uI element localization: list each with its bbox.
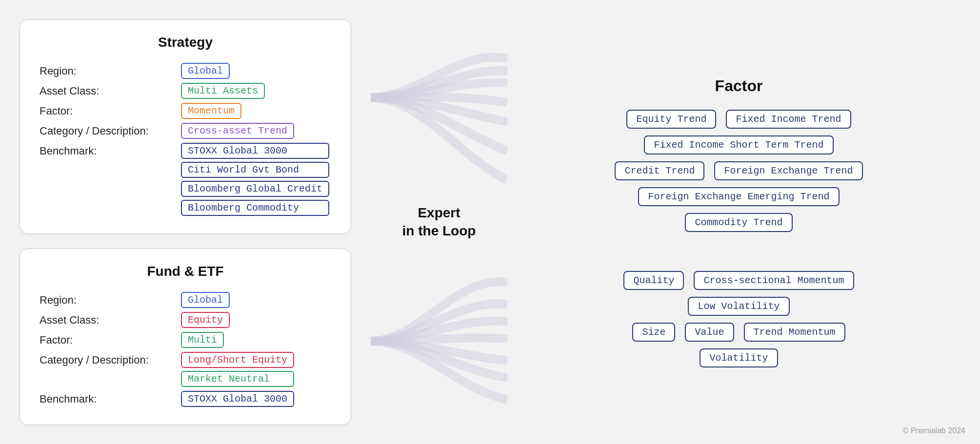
fund-category-value-1: Long/Short Equity — [181, 352, 294, 368]
fund-benchmark-label: Benchmark: — [40, 391, 176, 405]
strategy-region-value: Global — [181, 63, 230, 79]
strategy-row-asset: Asset Class: Multi Assets — [40, 83, 331, 99]
strategy-asset-label: Asset Class: — [40, 83, 176, 97]
factor-row-5: Commodity Trend — [685, 213, 792, 232]
strategy-region-tags: Global — [181, 63, 230, 79]
fund-asset-tags: Equity — [181, 312, 230, 328]
factor-fixed-income-short-term-trend: Fixed Income Short Term Trend — [644, 135, 833, 154]
fund-row-factor: Factor: Multi — [40, 332, 331, 348]
fund-factor-label: Factor: — [40, 332, 176, 347]
strategy-row-region: Region: Global — [40, 63, 331, 79]
strategy-card: Strategy Region: Global Asset Class: Mul… — [20, 19, 351, 234]
factor-fixed-income-trend: Fixed Income Trend — [726, 110, 851, 129]
fund-asset-value: Equity — [181, 312, 230, 328]
fund-etf-rows: Region: Global Asset Class: Equity Facto… — [40, 292, 331, 407]
strategy-factor-label: Factor: — [40, 103, 176, 117]
factor-volatility: Volatility — [700, 348, 778, 367]
fund-region-label: Region: — [40, 292, 176, 307]
fund-region-tags: Global — [181, 292, 230, 308]
factor-credit-trend: Credit Trend — [615, 161, 704, 180]
factor-foreign-exchange-trend: Foreign Exchange Trend — [714, 161, 862, 180]
factor-group-top: Equity Trend Fixed Income Trend Fixed In… — [527, 110, 951, 232]
fund-region-value: Global — [181, 292, 230, 308]
factor-row-8: Size Value Trend Momentum — [632, 323, 845, 342]
factor-trend-momentum: Trend Momentum — [744, 323, 845, 342]
factor-cross-sectional-momentum: Cross-sectional Momentum — [694, 271, 854, 290]
strategy-category-value: Cross-asset Trend — [181, 123, 294, 139]
fund-row-benchmark: Benchmark: STOXX Global 3000 — [40, 391, 331, 407]
fund-category-label: Category / Description: — [40, 352, 176, 367]
factor-title: Factor — [527, 77, 951, 95]
factor-low-volatility: Low Volatility — [688, 297, 789, 316]
fund-factor-value: Multi — [181, 332, 224, 348]
right-panel: Factor Equity Trend Fixed Income Trend F… — [507, 0, 980, 444]
fund-asset-label: Asset Class: — [40, 312, 176, 327]
strategy-row-factor: Factor: Momentum — [40, 103, 331, 119]
strategy-category-label: Category / Description: — [40, 123, 176, 137]
strategy-row-benchmark: Benchmark: STOXX Global 3000 Citi World … — [40, 143, 331, 216]
strategy-category-tags: Cross-asset Trend — [181, 123, 294, 139]
fund-benchmark-1: STOXX Global 3000 — [181, 391, 294, 407]
factor-commodity-trend: Commodity Trend — [685, 213, 792, 232]
strategy-benchmark-3: Bloomberg Global Credit — [181, 181, 329, 197]
strategy-asset-value: Multi Assets — [181, 83, 265, 99]
strategy-benchmark-label: Benchmark: — [40, 143, 176, 157]
strategy-benchmark-1: STOXX Global 3000 — [181, 143, 329, 159]
fund-benchmark-tags: STOXX Global 3000 — [181, 391, 294, 407]
factor-row-9: Volatility — [700, 348, 778, 367]
factor-group-bottom: Quality Cross-sectional Momentum Low Vol… — [527, 271, 951, 367]
factor-size: Size — [632, 323, 675, 342]
strategy-benchmark-tags: STOXX Global 3000 Citi World Gvt Bond Bl… — [181, 143, 329, 216]
factor-foreign-exchange-emerging-trend: Foreign Exchange Emerging Trend — [638, 187, 839, 206]
factor-value: Value — [685, 323, 734, 342]
strategy-asset-tags: Multi Assets — [181, 83, 265, 99]
strategy-row-category: Category / Description: Cross-asset Tren… — [40, 123, 331, 139]
main-container: Strategy Region: Global Asset Class: Mul… — [0, 0, 980, 444]
factor-row-1: Equity Trend Fixed Income Trend — [626, 110, 851, 129]
fund-etf-title: Fund & ETF — [40, 264, 331, 279]
strategy-benchmark-2: Citi World Gvt Bond — [181, 162, 329, 178]
strategy-benchmark-4: Bloomberg Commodity — [181, 200, 329, 216]
fund-category-tags: Long/Short Equity Market Neutral — [181, 352, 294, 387]
strategy-factor-tags: Momentum — [181, 103, 241, 119]
factor-row-3: Credit Trend Foreign Exchange Trend — [615, 161, 862, 180]
factor-row-7: Low Volatility — [688, 297, 789, 316]
left-panel: Strategy Region: Global Asset Class: Mul… — [0, 0, 371, 444]
fund-category-value-2: Market Neutral — [181, 371, 294, 387]
strategy-region-label: Region: — [40, 63, 176, 77]
middle-panel: Expertin the Loop — [371, 0, 507, 444]
fund-factor-tags: Multi — [181, 332, 224, 348]
factor-row-6: Quality Cross-sectional Momentum — [623, 271, 854, 290]
strategy-rows: Region: Global Asset Class: Multi Assets… — [40, 63, 331, 216]
factor-row-4: Foreign Exchange Emerging Trend — [638, 187, 839, 206]
strategy-factor-value: Momentum — [181, 103, 241, 119]
copyright: © Premialab 2024 — [903, 426, 965, 435]
fund-row-asset: Asset Class: Equity — [40, 312, 331, 328]
fund-row-region: Region: Global — [40, 292, 331, 308]
factor-row-2: Fixed Income Short Term Trend — [644, 135, 833, 154]
fund-etf-card: Fund & ETF Region: Global Asset Class: E… — [20, 249, 351, 425]
factor-quality: Quality — [623, 271, 684, 290]
strategy-title: Strategy — [40, 35, 331, 50]
fund-row-category: Category / Description: Long/Short Equit… — [40, 352, 331, 387]
expert-label: Expertin the Loop — [402, 204, 476, 240]
factor-equity-trend: Equity Trend — [626, 110, 716, 129]
